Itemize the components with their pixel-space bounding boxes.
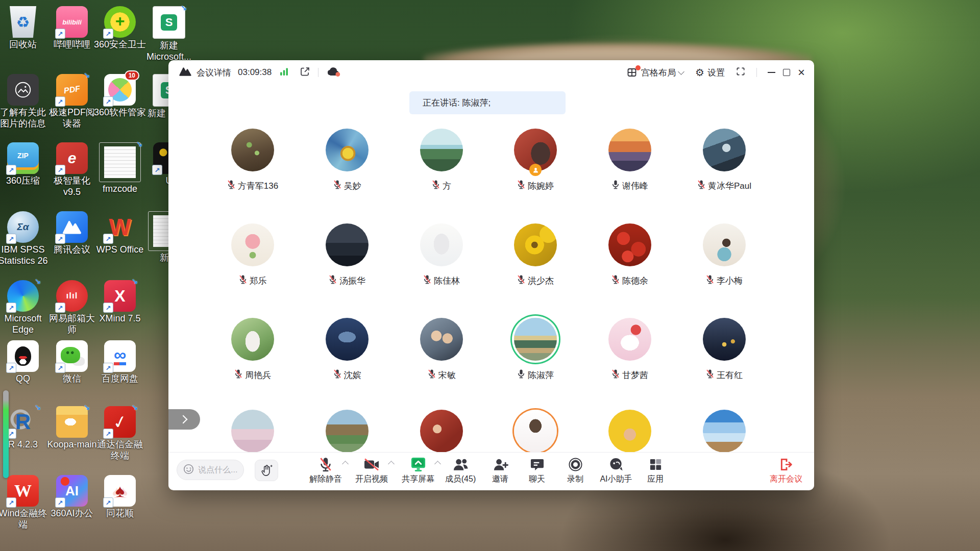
participant-avatar	[608, 223, 651, 266]
desktop-icon-new-microsoft-doc[interactable]: S↘新建 Microsoft...	[142, 6, 196, 63]
desktop-icon-360-safe-guard[interactable]: +↗360安全卫士	[93, 6, 147, 51]
desktop-icon-microsoft-edge[interactable]: ↗↘Microsoft Edge	[0, 280, 50, 336]
desktop-icon-wechat[interactable]: ↗微信	[45, 340, 99, 385]
participant-name: 沈嫔	[344, 369, 361, 381]
shortcut-arrow-icon: ↗	[103, 234, 113, 244]
desktop-icon-ibm-spss[interactable]: Σα↗IBM SPSS Statistics 26	[0, 211, 50, 267]
participant-name: 陈德余	[622, 275, 648, 287]
participant-陈婉婷[interactable]: 陈婉婷	[492, 129, 579, 192]
participant-黄冰华Paul[interactable]: 黄冰华Paul	[681, 129, 768, 192]
participant-avatar	[608, 318, 651, 361]
muted-mic-icon	[423, 274, 431, 287]
record-icon	[568, 457, 583, 472]
participant-row4-col2[interactable]	[304, 410, 390, 453]
participant-avatar	[326, 410, 369, 453]
participant-李小梅[interactable]: 李小梅	[681, 223, 768, 287]
desktop-icon-netease-mail[interactable]: ılıl↗网易邮箱大师	[45, 280, 99, 336]
shortcut-arrow-icon: ↗	[55, 29, 65, 39]
shortcut-arrow-icon: ↗	[103, 96, 113, 107]
minimize-button[interactable]	[768, 72, 775, 73]
participant-row4-col1[interactable]	[209, 410, 296, 453]
participant-甘梦茜[interactable]: 甘梦茜	[586, 318, 673, 381]
share-screen-button[interactable]: 共享屏幕	[394, 457, 443, 485]
message-input[interactable]: 说点什么...	[177, 460, 244, 480]
desktop-icon-tonghuashun[interactable]: ♠↗同花顺	[93, 475, 147, 519]
participant-洪少杰[interactable]: 洪少杰	[492, 223, 579, 287]
raise-hand-button[interactable]	[255, 460, 278, 481]
participant-row4-col4[interactable]	[492, 410, 579, 453]
desktop-icon-360-zip[interactable]: ZIP↗360压缩	[0, 142, 50, 187]
compress-arrows-icon: ↘	[34, 277, 41, 286]
participant-row4-col5[interactable]	[586, 410, 673, 453]
desktop-icon-wind-terminal[interactable]: W↗Wind金融终端	[0, 475, 50, 531]
360-ai-office-glyph: AI	[65, 483, 79, 499]
participant-row4-col6[interactable]	[681, 410, 768, 453]
participant-陈淑萍[interactable]: 陈淑萍	[492, 318, 579, 381]
maximize-button[interactable]	[783, 69, 790, 76]
expand-panel-handle[interactable]	[168, 409, 200, 430]
open-external-icon[interactable]	[300, 66, 310, 79]
participant-沈嫔[interactable]: 沈嫔	[304, 318, 390, 381]
desktop-icon-xmind[interactable]: X↗↘XMind 7.5	[93, 280, 147, 324]
desktop-icon-label: 同花顺	[106, 508, 134, 519]
desktop-icon-pdf-reader[interactable]: PDF↗↘极速PDF阅读器	[45, 74, 99, 130]
fullscreen-button[interactable]	[736, 66, 746, 79]
participant-吴妙[interactable]: 吴妙	[304, 129, 390, 192]
tonghuashun-glyph: ♠	[115, 481, 125, 501]
participant-row4-col3[interactable]	[398, 410, 485, 453]
bilibili-icon: bilibili↗	[56, 6, 88, 38]
cloud-recording-icon[interactable]	[326, 66, 340, 79]
desktop-icon-recycle-bin[interactable]: ♻回收站	[0, 6, 50, 51]
desktop-icon-photo-info[interactable]: 了解有关此图片的信息	[0, 74, 50, 130]
desktop-icon-koopa-main[interactable]: ↘Koopa-main	[45, 406, 99, 450]
desktop-icon-tongdaxin-terminal[interactable]: ✓↗↘通达信金融终端	[93, 406, 147, 462]
participant-郑乐[interactable]: 郑乐	[209, 223, 296, 287]
start-video-button[interactable]: 开启视频	[347, 457, 396, 485]
xmind-glyph: X	[114, 287, 125, 306]
close-button[interactable]: ×	[798, 66, 805, 79]
participant-谢伟峰[interactable]: 谢伟峰	[586, 129, 673, 192]
participant-方[interactable]: 方	[398, 129, 485, 192]
compress-arrows-icon: ↘	[83, 403, 90, 412]
desktop-icon-360-ai-office[interactable]: AI↗360AI办公	[45, 475, 99, 519]
desktop-icon-fmzcode[interactable]: ↘fmzcode	[93, 142, 147, 195]
desktop-icon-jizhi-quant[interactable]: e↗极智量化v9.5	[45, 142, 99, 198]
settings-button[interactable]: ⚙ 设置	[695, 67, 725, 79]
participant-avatar	[420, 129, 463, 171]
compress-arrows-icon: ↘	[83, 71, 90, 80]
participant-方青军136[interactable]: 方青军136	[209, 129, 296, 192]
share-screen-label: 共享屏幕	[402, 474, 434, 485]
ibm-spss-glyph: Σα	[17, 221, 29, 233]
compress-arrows-icon: ↘	[131, 403, 138, 412]
participant-name-row: 洪少杰	[517, 274, 554, 287]
participant-陈德余[interactable]: 陈德余	[586, 223, 673, 287]
recycle-bin-icon: ♻	[7, 6, 39, 38]
desktop-icon-baidu-netdisk[interactable]: ∞↗百度网盘	[93, 340, 147, 385]
desktop-icon-tencent-meeting[interactable]: ↗腾讯会议	[45, 211, 99, 256]
desktop-icon-qq[interactable]: ↗QQ	[0, 340, 50, 385]
desktop-icon-wps-office[interactable]: W↗WPS Office	[93, 211, 147, 256]
muted-mic-icon	[706, 274, 714, 287]
tencent-meeting-logo-icon	[179, 66, 192, 79]
desktop-icon-bilibili[interactable]: bilibili↗哔哩哔哩	[45, 6, 99, 51]
participant-name-row: 陈婉婷	[517, 180, 554, 192]
layout-switcher[interactable]: 宫格布局	[627, 67, 683, 79]
apps-button[interactable]: 应用	[631, 457, 680, 485]
participant-陈佳林[interactable]: 陈佳林	[398, 223, 485, 287]
muted-mic-icon	[432, 180, 440, 192]
leave-meeting-button[interactable]: 离开会议	[762, 457, 811, 485]
desktop-icon-label: 百度网盘	[102, 373, 138, 385]
volume-indicator-overlay[interactable]	[3, 390, 9, 478]
desktop-icon-360-software-manager[interactable]: ↗10360软件管家	[93, 74, 147, 118]
participant-宋敏[interactable]: 宋敏	[398, 318, 485, 381]
participant-汤振华[interactable]: 汤振华	[304, 223, 390, 287]
shortcut-arrow-icon: ↗	[55, 96, 65, 107]
unmute-button[interactable]: 解除静音	[301, 457, 350, 485]
muted-mic-icon	[428, 369, 436, 381]
participant-周艳兵[interactable]: 周艳兵	[209, 318, 296, 381]
360-safe-guard-glyph: +	[115, 12, 125, 31]
desktop-icon-label: QQ	[16, 373, 30, 385]
participant-王有红[interactable]: 王有红	[681, 318, 768, 381]
participant-avatar	[703, 318, 746, 361]
meeting-details-link[interactable]: 会议详情	[197, 67, 231, 79]
